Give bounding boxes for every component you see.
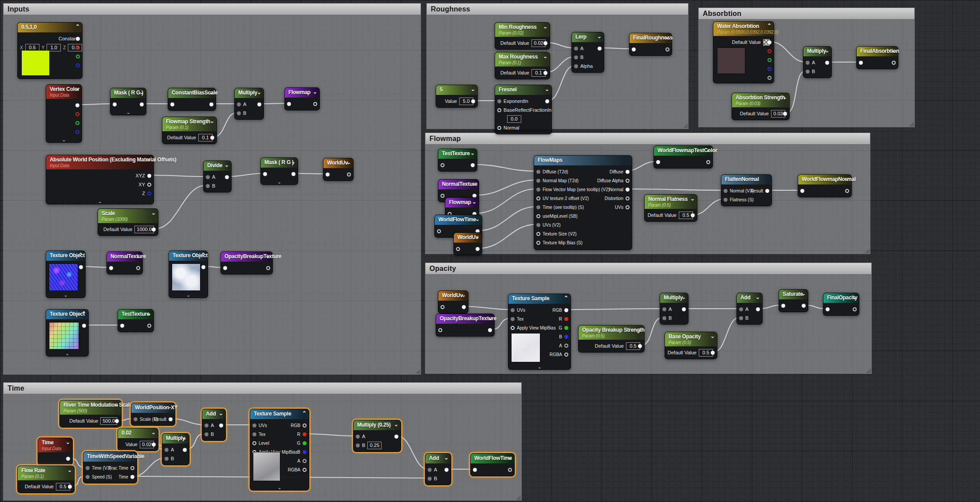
pin-output[interactable]: [76, 37, 80, 41]
collapse-down-icon[interactable]: ⌄: [710, 333, 715, 339]
node-header[interactable]: Flowmap⌄: [285, 88, 319, 98]
pin-input[interactable]: [165, 448, 169, 452]
pin-input[interactable]: [826, 307, 830, 311]
collapse-down-icon[interactable]: ⌄: [783, 94, 787, 100]
node-worldposition-xy[interactable]: WorldPosition-XYScale (S)Result: [131, 403, 175, 426]
pin-output[interactable]: [488, 328, 492, 332]
pin-input[interactable]: [120, 324, 124, 328]
pin-output[interactable]: [394, 435, 398, 439]
collapse-down-icon[interactable]: ⌄: [508, 455, 512, 461]
collapse-down-icon[interactable]: ⌄: [219, 410, 223, 416]
collapse-down-icon[interactable]: ⌄: [147, 156, 151, 162]
node-scale[interactable]: ScaleParam (1000)⌄Default Value1000.0: [98, 208, 158, 236]
node-header[interactable]: Lerp⌄: [572, 32, 604, 42]
node-header[interactable]: TestTexture⌄: [118, 310, 153, 319]
node-header[interactable]: Base OpacityParam (0.5)⌄: [665, 332, 717, 346]
pin-output[interactable]: [471, 99, 475, 103]
collapse-down-icon[interactable]: ⌄: [136, 253, 140, 259]
node-header[interactable]: Add⌄: [202, 409, 225, 419]
pin-output[interactable]: [802, 304, 806, 308]
node-header[interactable]: FlattenNormal: [721, 175, 771, 184]
collapse-down-icon[interactable]: ⌄: [313, 89, 317, 95]
collapse-down-icon[interactable]: ⌄: [475, 234, 480, 240]
collapse-down-icon[interactable]: ⌄: [665, 34, 669, 40]
pin-output[interactable]: [767, 40, 771, 44]
expand-down-icon[interactable]: ⌄: [537, 364, 541, 370]
node-header[interactable]: Texture Object⌃: [46, 251, 85, 261]
pin-output[interactable]: [626, 179, 630, 183]
pin-input[interactable]: [437, 229, 441, 233]
pin-output[interactable]: [152, 443, 156, 447]
pin-output[interactable]: [598, 47, 602, 51]
node-flowmaps[interactable]: FlowMapsDiffuse (T2d)DiffuseNormal Map (…: [534, 155, 632, 250]
node-header[interactable]: WorldFlowTime⌄: [435, 215, 482, 225]
pin-output[interactable]: [853, 307, 857, 311]
pin-output[interactable]: [564, 335, 568, 339]
node-worlduv-use-opacity[interactable]: WorldUv⌄: [438, 290, 468, 314]
pin-output[interactable]: [783, 112, 787, 116]
collapse-down-icon[interactable]: ⌄: [472, 199, 476, 205]
collapse-down-icon[interactable]: ⌄: [266, 253, 270, 259]
node-add-time-2[interactable]: Add⌄AB: [425, 453, 451, 485]
node-header[interactable]: Multiply⌄: [162, 434, 189, 443]
pin-output[interactable]: [136, 266, 140, 270]
pin-output[interactable]: [682, 307, 686, 311]
collapse-down-icon[interactable]: ⌄: [597, 33, 602, 39]
collapse-down-icon[interactable]: ⌄: [638, 326, 642, 333]
collapse-down-icon[interactable]: ⌄: [257, 89, 261, 95]
pin-output[interactable]: [130, 475, 134, 479]
node-header[interactable]: Water AbsorbtionParam (0.0500,0.0392,0.0…: [713, 22, 774, 36]
node-header[interactable]: WorldUv⌄: [323, 158, 353, 168]
pin-input[interactable]: [536, 196, 540, 200]
node-texture-object-test[interactable]: Texture Object⌃⌄: [46, 309, 89, 357]
pin-output[interactable]: [767, 49, 771, 53]
pin-output[interactable]: [626, 196, 630, 200]
pin-output[interactable]: [825, 61, 829, 65]
pin-input[interactable]: [86, 475, 90, 479]
pin-output[interactable]: [76, 55, 80, 59]
pin-input[interactable]: [739, 307, 743, 311]
pin-input[interactable]: [574, 47, 578, 51]
pin-output[interactable]: [201, 265, 205, 269]
collapse-down-icon[interactable]: ⌄: [488, 315, 492, 321]
node-multiply-absorbtion[interactable]: Multiply⌄AB: [803, 46, 832, 78]
pin-output[interactable]: [564, 353, 568, 357]
pin-input[interactable]: [205, 432, 209, 436]
pin-output[interactable]: [892, 61, 896, 65]
pin-output[interactable]: [303, 432, 307, 436]
pin-output[interactable]: [462, 305, 466, 309]
node-header[interactable]: Multiply⌄: [235, 88, 264, 98]
node-normaltexture-declare[interactable]: NormalTexture⌄: [106, 251, 143, 275]
node-header[interactable]: Divide⌄: [204, 161, 231, 171]
pin-input[interactable]: [536, 241, 540, 245]
collapse-down-icon[interactable]: ⌄: [151, 429, 156, 435]
collapse-down-icon[interactable]: ⌄: [67, 467, 72, 473]
pin-input[interactable]: [724, 198, 728, 202]
collapse-down-icon[interactable]: ⌄: [139, 89, 144, 95]
expand-down-icon[interactable]: ⌄: [63, 292, 67, 298]
pin-output[interactable]: [76, 46, 80, 50]
node-constant-002[interactable]: 0.02⌄Value0.02: [118, 428, 158, 451]
node-absolute-world-position[interactable]: Absolute World Position (Excluding Mater…: [46, 155, 154, 204]
node-texture-sample-time[interactable]: Texture Sample⌃UVsRGBTexRLevelGApply Vie…: [250, 409, 309, 490]
pin-output[interactable]: [76, 63, 80, 67]
collapse-up-icon[interactable]: ⌃: [75, 24, 80, 30]
pin-output[interactable]: [66, 457, 70, 461]
node-header[interactable]: Multiply (0.25)⌄: [354, 420, 401, 430]
pin-output[interactable]: [169, 417, 173, 421]
pin-output[interactable]: [303, 441, 307, 445]
node-testtexture-use[interactable]: TestTexture⌄: [438, 149, 477, 172]
node-header[interactable]: FinalAbsorbtion⌄: [857, 47, 898, 56]
node-testtexture-declare[interactable]: TestTexture⌄: [118, 309, 154, 332]
pin-input[interactable]: [441, 305, 445, 309]
pin-output[interactable]: [75, 112, 79, 116]
pin-output[interactable]: [564, 326, 568, 330]
pin-output[interactable]: [347, 173, 351, 176]
node-header[interactable]: Mask ( R G )⌄: [110, 88, 146, 98]
node-header[interactable]: OpacityBreakupTexture⌄: [436, 314, 494, 324]
pin-input[interactable]: [356, 443, 360, 447]
node-mask-rg-2[interactable]: Mask ( R G )⌄⌄: [260, 157, 298, 185]
node-normal-flatness[interactable]: Normal FlatnessParam (0.5)⌄Default Value…: [644, 194, 697, 222]
collapse-down-icon[interactable]: ⌄: [756, 294, 760, 300]
pin-output[interactable]: [147, 324, 151, 328]
